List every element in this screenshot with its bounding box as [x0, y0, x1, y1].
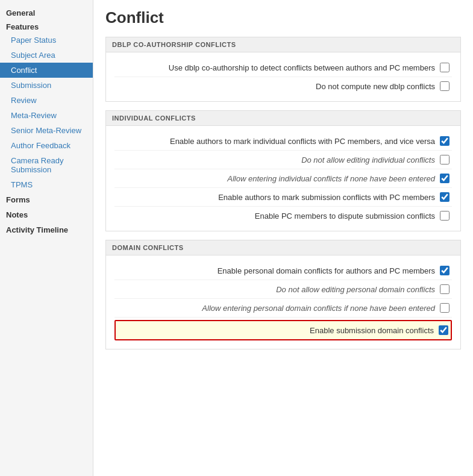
sidebar-item-paper-status[interactable]: Paper Status — [0, 33, 93, 48]
setting-label: Use dblp co-authorship to detect conflic… — [117, 63, 440, 72]
setting-checkbox-0[interactable] — [440, 136, 450, 146]
sidebar-item-meta-review[interactable]: Meta-Review — [0, 108, 93, 123]
setting-row: Enable personal domain conflicts for aut… — [114, 261, 452, 280]
setting-row: Allow entering personal domain conflicts… — [114, 299, 452, 318]
setting-checkbox-1[interactable] — [440, 81, 450, 91]
sidebar-item-senior-meta-review[interactable]: Senior Meta-Review — [0, 123, 93, 138]
setting-row: Do not allow editing personal domain con… — [114, 280, 452, 299]
setting-checkbox-3[interactable] — [439, 325, 448, 335]
setting-label: Do not allow editing personal domain con… — [117, 285, 440, 294]
sections-container: DBLP CO-AUTHORSHIP CONFLICTSUse dblp co-… — [105, 37, 461, 349]
section-body: Enable authors to mark individual confli… — [105, 125, 461, 231]
setting-label: Allow entering individual conflicts if n… — [117, 174, 440, 183]
section-body: Use dblp co-authorship to detect conflic… — [105, 52, 461, 102]
setting-row: Enable authors to mark individual confli… — [114, 132, 452, 151]
setting-label: Enable PC members to dispute submission … — [117, 211, 440, 221]
setting-checkbox-3[interactable] — [440, 192, 450, 202]
section-body: Enable personal domain conflicts for aut… — [105, 255, 461, 349]
setting-label: Do not compute new dblp conflicts — [117, 82, 440, 91]
setting-label: Enable authors to mark individual confli… — [117, 137, 440, 146]
section-header: DBLP CO-AUTHORSHIP CONFLICTS — [105, 37, 461, 52]
setting-checkbox-2[interactable] — [440, 174, 450, 183]
sidebar-item-subject-area[interactable]: Subject Area — [0, 48, 93, 63]
sidebar-item-activity-timeline[interactable]: Activity Timeline — [0, 222, 93, 237]
setting-row: Do not allow editing individual conflict… — [114, 151, 452, 169]
setting-label: Enable authors to mark submission confli… — [117, 193, 440, 202]
section-header: INDIVIDUAL CONFLICTS — [105, 110, 461, 125]
section-header: DOMAIN CONFLICTS — [105, 240, 461, 255]
sidebar-item-notes[interactable]: Notes — [0, 207, 93, 222]
setting-row: Enable submission domain conflicts — [114, 320, 452, 340]
setting-row: Enable authors to mark submission confli… — [114, 188, 452, 207]
setting-label: Enable personal domain conflicts for aut… — [117, 266, 440, 275]
sidebar: GeneralFeaturesPaper StatusSubject AreaC… — [0, 0, 93, 476]
sidebar-item-tpms[interactable]: TPMS — [0, 177, 93, 192]
setting-row: Use dblp co-authorship to detect conflic… — [114, 58, 452, 77]
sidebar-item-forms[interactable]: Forms — [0, 192, 93, 207]
setting-checkbox-0[interactable] — [440, 63, 450, 72]
sidebar-item-review[interactable]: Review — [0, 93, 93, 108]
page-title: Conflict — [105, 8, 461, 27]
setting-checkbox-1[interactable] — [440, 155, 450, 164]
setting-row: Enable PC members to dispute submission … — [114, 207, 452, 225]
setting-checkbox-1[interactable] — [440, 284, 450, 294]
sidebar-section-title: General — [0, 5, 93, 19]
setting-row: Allow entering individual conflicts if n… — [114, 169, 452, 188]
setting-label: Allow entering personal domain conflicts… — [117, 304, 440, 313]
setting-checkbox-2[interactable] — [440, 303, 450, 313]
main-content: Conflict DBLP CO-AUTHORSHIP CONFLICTSUse… — [93, 0, 473, 476]
sidebar-item-conflict[interactable]: Conflict — [0, 63, 93, 78]
setting-row: Do not compute new dblp conflicts — [114, 77, 452, 95]
sidebar-item-author-feedback[interactable]: Author Feedback — [0, 138, 93, 153]
sidebar-item-submission[interactable]: Submission — [0, 78, 93, 93]
setting-label: Do not allow editing individual conflict… — [117, 155, 440, 164]
sidebar-section-title: Features — [0, 19, 93, 33]
sidebar-item-camera-ready-submission[interactable]: Camera Ready Submission — [0, 153, 93, 177]
setting-checkbox-0[interactable] — [440, 266, 450, 275]
setting-label: Enable submission domain conflicts — [118, 326, 439, 335]
setting-checkbox-4[interactable] — [440, 211, 450, 221]
